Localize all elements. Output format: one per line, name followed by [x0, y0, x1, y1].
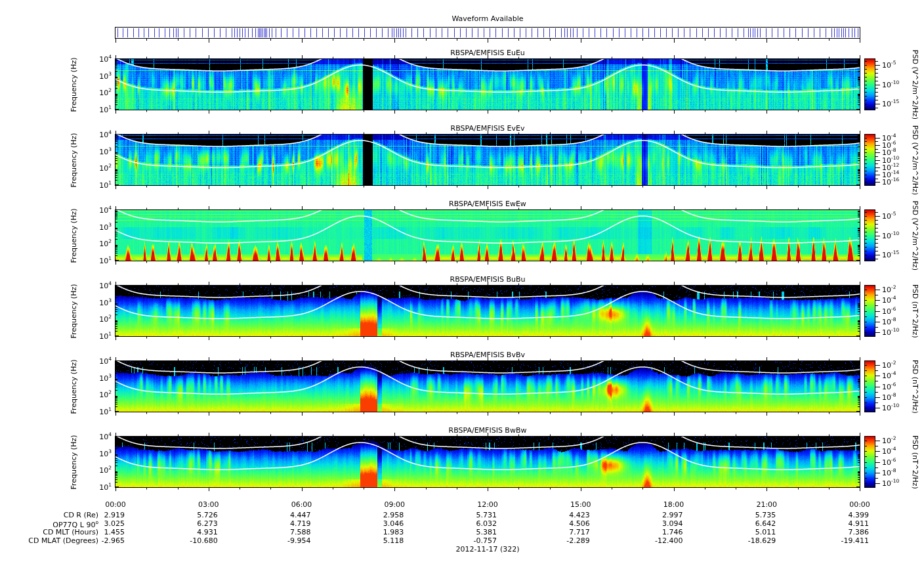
panel-title: RBSPA/EMFISIS EvEv	[116, 124, 860, 133]
colorbar-tick-label: 10-10	[882, 230, 899, 240]
colorbar-tick-label: 10-10	[882, 79, 899, 89]
colorbar-tick-label: 10-8	[882, 392, 896, 402]
time-tick-label: 00:00	[96, 500, 135, 509]
y-tick-label: 104	[83, 356, 112, 366]
panel-title: RBSPA/EMFISIS EuEu	[116, 49, 860, 57]
ephemeris-value: -9.954	[265, 536, 311, 545]
ephemeris-value: 5.118	[358, 536, 404, 545]
spectrogram-canvas	[115, 209, 860, 261]
colorbar-tick-label: 10-5	[882, 60, 896, 70]
y-tick-label: 101	[83, 255, 112, 265]
ephemeris-value: 3.046	[358, 519, 404, 528]
ephemeris-value: 2.958	[358, 511, 404, 519]
colorbar-tick-label: 10-10	[882, 478, 899, 488]
ephemeris-value: 6.273	[172, 519, 218, 528]
time-tick-label: 00:00	[840, 500, 879, 509]
ephemeris-value: 5.011	[730, 528, 776, 536]
panel-title: RBSPA/EMFISIS BwBw	[116, 426, 860, 435]
y-tick-label: 102	[83, 389, 112, 399]
ephemeris-value: 3.025	[79, 519, 125, 528]
ephemeris-value: 4.931	[172, 528, 218, 536]
y-tick-label: 101	[83, 104, 112, 114]
y-tick-label: 102	[83, 238, 112, 248]
spectrogram-canvas	[115, 134, 860, 186]
colorbar-tick-label: 10-15	[882, 249, 899, 259]
spectrogram-page: { "header": { "title": "Waveform Availab…	[0, 0, 924, 564]
ephemeris-value: -12.400	[637, 536, 683, 545]
colorbar	[864, 285, 875, 337]
colorbar-tick-label: 10-16	[882, 177, 899, 186]
y-tick-label: 102	[83, 314, 112, 324]
ephemeris-value: -18.629	[730, 536, 776, 545]
ephemeris-value: 3.094	[637, 519, 683, 528]
colorbar-unit-label: PSD (V^2/m^2/Hz)	[911, 49, 919, 119]
y-tick-label: 101	[83, 331, 112, 341]
frequency-axis-label: Frequency (Hz)	[70, 359, 78, 414]
colorbar	[864, 360, 875, 412]
colorbar-unit-label: PSD (nT^2/Hz)	[911, 360, 919, 414]
y-tick-label: 103	[83, 71, 112, 81]
time-tick-label: 12:00	[468, 500, 507, 509]
ephemeris-value: 1.746	[637, 528, 683, 536]
time-tick-label: 06:00	[282, 500, 322, 509]
ephemeris-value: 4.423	[544, 511, 590, 519]
ephemeris-value: -19.411	[823, 536, 869, 545]
y-tick-label: 104	[83, 431, 112, 441]
ephemeris-value: 4.911	[823, 519, 869, 528]
time-tick-label: 03:00	[189, 500, 228, 509]
ephemeris-value: 7.717	[544, 528, 590, 536]
colorbar-tick-label: 10-6	[882, 306, 896, 316]
spectrogram-canvas	[115, 360, 860, 412]
y-tick-label: 103	[83, 222, 112, 232]
ephemeris-value: -2.965	[79, 536, 125, 545]
ephemeris-value: 5.731	[451, 511, 497, 519]
colorbar-tick-label: 10-8	[882, 467, 896, 477]
y-tick-label: 103	[83, 297, 112, 307]
date-label: 2012-11-17 (322)	[435, 545, 540, 553]
colorbar-tick-label: 10-10	[882, 402, 899, 412]
colorbar	[864, 58, 875, 110]
ephemeris-value: 1.455	[79, 528, 125, 536]
panel-title: RBSPA/EMFISIS BuBu	[116, 275, 860, 284]
colorbar-tick-label: 10-6	[882, 381, 896, 391]
frequency-axis-label: Frequency (Hz)	[70, 57, 78, 112]
y-tick-label: 102	[83, 163, 112, 173]
time-tick-label: 18:00	[654, 500, 694, 509]
colorbar-tick-label: 10-4	[882, 370, 896, 380]
ephemeris-value: 6.642	[730, 519, 776, 528]
y-tick-label: 103	[83, 373, 112, 383]
ephemeris-value: 6.032	[451, 519, 497, 528]
frequency-axis-label: Frequency (Hz)	[70, 284, 78, 338]
colorbar-unit-label: PSD (nT^2/Hz)	[911, 435, 919, 489]
y-tick-label: 101	[83, 482, 112, 492]
colorbar-tick-label: 10-5	[882, 211, 896, 221]
y-tick-label: 104	[83, 205, 112, 215]
colorbar-unit-label: PSD (nT^2/Hz)	[911, 284, 919, 338]
colorbar-tick-label: 10-4	[882, 446, 896, 456]
ephemeris-value: 1.983	[358, 528, 404, 536]
frequency-axis-label: Frequency (Hz)	[70, 435, 78, 489]
ephemeris-value: 2.919	[79, 511, 125, 519]
colorbar-tick-label: 10-10	[882, 327, 899, 337]
y-tick-label: 101	[83, 406, 112, 416]
y-tick-label: 104	[83, 280, 112, 290]
panel-title: RBSPA/EMFISIS EwEw	[116, 200, 860, 208]
ephemeris-value: 5.726	[172, 511, 218, 519]
waveform-available-title: Waveform Available	[116, 14, 860, 23]
colorbar-tick-label: 10-15	[882, 98, 899, 108]
y-tick-label: 103	[83, 448, 112, 458]
frequency-axis-label: Frequency (Hz)	[70, 208, 78, 263]
ephemeris-value: 7.588	[265, 528, 311, 536]
spectrogram-canvas	[115, 436, 860, 488]
colorbar-tick-label: 10-6	[882, 457, 896, 467]
time-tick-label: 09:00	[375, 500, 414, 509]
spectrogram-canvas	[115, 58, 860, 110]
ephemeris-value: 7.386	[823, 528, 869, 536]
colorbar	[864, 436, 875, 488]
spectrogram-canvas	[115, 285, 860, 337]
time-tick-label: 15:00	[561, 500, 600, 509]
colorbar	[864, 209, 875, 261]
colorbar-unit-label: PSD (V^2/m^2/Hz)	[911, 200, 919, 270]
colorbar	[864, 134, 875, 186]
colorbar-tick-label: 10-8	[882, 316, 896, 326]
